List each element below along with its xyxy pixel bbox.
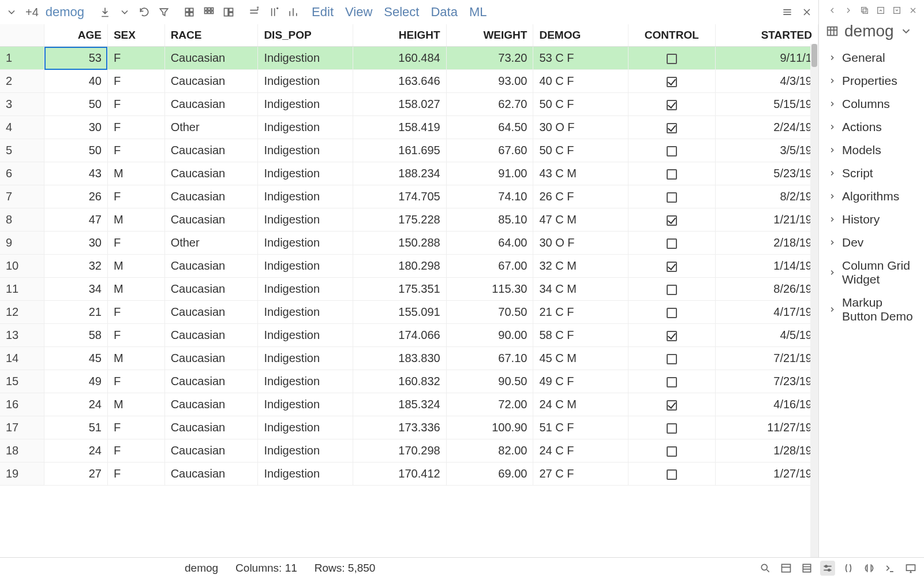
cell-control[interactable] <box>628 162 715 185</box>
cell-race[interactable]: Other <box>164 116 258 139</box>
col-header-control[interactable]: CONTROL <box>628 24 715 47</box>
cell-control[interactable] <box>628 139 715 162</box>
cell-race[interactable]: Caucasian <box>164 162 258 185</box>
row-number[interactable]: 13 <box>0 324 44 347</box>
cell-sex[interactable]: F <box>107 185 164 208</box>
cell-dispop[interactable]: Indigestion <box>258 393 353 416</box>
cell-weight[interactable]: 115.30 <box>446 278 533 301</box>
cell-race[interactable]: Caucasian <box>164 47 258 70</box>
cell-age[interactable]: 32 <box>44 255 108 278</box>
row-number[interactable]: 9 <box>0 232 44 255</box>
row-number[interactable]: 17 <box>0 416 44 439</box>
panel-title[interactable]: demog <box>826 18 919 46</box>
checkbox-icon[interactable] <box>667 262 677 272</box>
console-icon[interactable] <box>882 561 897 576</box>
checkbox-icon[interactable] <box>667 238 677 249</box>
cell-started[interactable]: 4/16/19 <box>715 393 818 416</box>
cell-weight[interactable]: 82.00 <box>446 439 533 463</box>
row-number[interactable]: 6 <box>0 162 44 185</box>
cell-height[interactable]: 163.646 <box>353 70 446 93</box>
cell-control[interactable] <box>628 393 715 416</box>
cell-sex[interactable]: F <box>107 463 164 486</box>
cell-race[interactable]: Other <box>164 232 258 255</box>
cell-weight[interactable]: 72.00 <box>446 393 533 416</box>
panel-section[interactable]: Markup Button Demo <box>826 291 919 328</box>
cell-started[interactable]: 3/5/19 <box>715 139 818 162</box>
cell-sex[interactable]: F <box>107 70 164 93</box>
cell-age[interactable]: 27 <box>44 463 108 486</box>
row-number[interactable]: 15 <box>0 370 44 393</box>
cell-race[interactable]: Caucasian <box>164 416 258 439</box>
cell-sex[interactable]: M <box>107 278 164 301</box>
table-row[interactable]: 1624MCaucasianIndigestion185.32472.0024 … <box>0 393 818 416</box>
row-number[interactable]: 3 <box>0 93 44 116</box>
cell-demog[interactable]: 49 C F <box>533 370 629 393</box>
cell-dispop[interactable]: Indigestion <box>258 301 353 324</box>
row-number[interactable]: 5 <box>0 139 44 162</box>
tab-count-badge[interactable]: +4 <box>25 6 39 19</box>
checkbox-icon[interactable] <box>667 377 677 387</box>
cell-age[interactable]: 47 <box>44 208 108 232</box>
cell-height[interactable]: 188.234 <box>353 162 446 185</box>
cell-demog[interactable]: 34 C M <box>533 278 629 301</box>
search-icon[interactable] <box>758 561 773 576</box>
cell-demog[interactable]: 30 O F <box>533 232 629 255</box>
bar-chart-icon[interactable] <box>285 4 301 20</box>
cell-height[interactable]: 161.695 <box>353 139 446 162</box>
cell-sex[interactable]: F <box>107 370 164 393</box>
cell-control[interactable] <box>628 347 715 370</box>
scrollbar-thumb[interactable] <box>811 44 817 67</box>
cell-dispop[interactable]: Indigestion <box>258 439 353 463</box>
menu-dropdown-icon[interactable] <box>3 4 20 20</box>
row-number[interactable]: 4 <box>0 116 44 139</box>
cell-sex[interactable]: M <box>107 255 164 278</box>
cell-weight[interactable]: 70.50 <box>446 301 533 324</box>
cell-demog[interactable]: 58 C F <box>533 324 629 347</box>
checkbox-icon[interactable] <box>667 423 677 434</box>
table-row[interactable]: 240FCaucasianIndigestion163.64693.0040 C… <box>0 70 818 93</box>
col-header-demog[interactable]: DEMOG <box>533 24 629 47</box>
hamburger-icon[interactable] <box>779 4 795 20</box>
cell-race[interactable]: Caucasian <box>164 301 258 324</box>
cell-height[interactable]: 173.336 <box>353 416 446 439</box>
cell-height[interactable]: 183.830 <box>353 347 446 370</box>
cell-started[interactable]: 4/17/19 <box>715 301 818 324</box>
table-row[interactable]: 1824FCaucasianIndigestion170.29882.0024 … <box>0 439 818 463</box>
panel-section[interactable]: Column Grid Widget <box>826 254 919 291</box>
cell-height[interactable]: 174.705 <box>353 185 446 208</box>
cell-age[interactable]: 24 <box>44 393 108 416</box>
cell-dispop[interactable]: Indigestion <box>258 185 353 208</box>
cell-dispop[interactable]: Indigestion <box>258 93 353 116</box>
data-menu[interactable]: Data <box>427 5 461 20</box>
cell-dispop[interactable]: Indigestion <box>258 370 353 393</box>
cell-started[interactable]: 1/14/19 <box>715 255 818 278</box>
cell-age[interactable]: 34 <box>44 278 108 301</box>
grid-large-icon[interactable] <box>181 4 197 20</box>
table-row[interactable]: 1927FCaucasianIndigestion170.41269.0027 … <box>0 463 818 486</box>
checkbox-icon[interactable] <box>667 469 677 480</box>
cell-weight[interactable]: 90.00 <box>446 324 533 347</box>
cell-dispop[interactable]: Indigestion <box>258 255 353 278</box>
cell-age[interactable]: 40 <box>44 70 108 93</box>
col-header-sex[interactable]: SEX <box>107 24 164 47</box>
cell-demog[interactable]: 32 C M <box>533 255 629 278</box>
cell-height[interactable]: 180.298 <box>353 255 446 278</box>
cell-dispop[interactable]: Indigestion <box>258 232 353 255</box>
table-row[interactable]: 1358FCaucasianIndigestion174.06690.0058 … <box>0 324 818 347</box>
cell-started[interactable]: 1/28/19 <box>715 439 818 463</box>
close-tab-icon[interactable] <box>799 4 815 20</box>
checkbox-icon[interactable] <box>667 192 677 203</box>
dropdown-toggle-icon[interactable] <box>117 4 133 20</box>
table-row[interactable]: 1445MCaucasianIndigestion183.83067.1045 … <box>0 347 818 370</box>
checkbox-icon[interactable] <box>667 146 677 156</box>
cell-dispop[interactable]: Indigestion <box>258 347 353 370</box>
cell-started[interactable]: 1/27/19 <box>715 463 818 486</box>
col-header-weight[interactable]: WEIGHT <box>446 24 533 47</box>
cell-started[interactable]: 8/2/19 <box>715 185 818 208</box>
table-row[interactable]: 430FOtherIndigestion158.41964.5030 O F2/… <box>0 116 818 139</box>
cell-race[interactable]: Caucasian <box>164 324 258 347</box>
cell-height[interactable]: 175.228 <box>353 208 446 232</box>
expand-down-icon[interactable] <box>891 4 903 17</box>
col-header-age[interactable]: AGE <box>44 24 108 47</box>
cell-race[interactable]: Caucasian <box>164 70 258 93</box>
